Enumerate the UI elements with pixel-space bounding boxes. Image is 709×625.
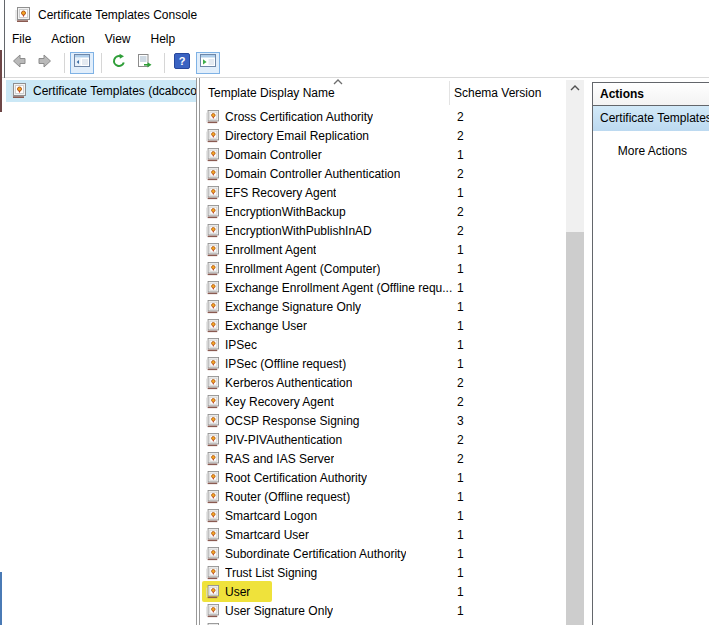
template-name: Domain Controller Authentication [225, 167, 400, 181]
console-tree-icon [74, 53, 90, 72]
template-row[interactable]: IPSec 1 [200, 335, 564, 354]
template-row[interactable]: Smartcard User 1 [200, 525, 564, 544]
template-name: Enrollment Agent (Computer) [225, 262, 380, 276]
screen-edge-artifact [0, 50, 2, 112]
certificate-template-icon [205, 395, 219, 409]
schema-version: 1 [457, 471, 464, 485]
scroll-up-icon[interactable] [566, 80, 584, 96]
template-row[interactable]: Router (Offline request) 1 [200, 487, 564, 506]
template-row[interactable]: EncryptionWithBackup 2 [200, 202, 564, 221]
svg-text:?: ? [179, 55, 186, 67]
template-name: Domain Controller [225, 148, 322, 162]
list-header: Template Display Name Schema Version [200, 78, 590, 107]
schema-version: 1 [457, 338, 464, 352]
template-row[interactable]: IPSec (Offline request) 1 [200, 354, 564, 373]
menu-action[interactable]: Action [41, 30, 94, 48]
show-console-tree-button[interactable] [70, 52, 94, 74]
schema-version: 1 [457, 300, 464, 314]
certificate-template-icon [205, 452, 219, 466]
template-row[interactable]: User Signature Only 1 [200, 601, 564, 620]
schema-version: 1 [457, 186, 464, 200]
menu-view[interactable]: View [95, 30, 141, 48]
console-main-area: Certificate Templates (dcabccor Template… [5, 78, 709, 625]
template-row[interactable]: User 1 [200, 582, 564, 601]
template-row[interactable]: Cross Certification Authority 2 [200, 107, 564, 126]
certificate-template-icon [205, 186, 219, 200]
screen-edge-artifact [0, 572, 2, 625]
template-row[interactable]: PIV-PIVAuthentication 2 [200, 430, 564, 449]
template-row[interactable] [200, 620, 564, 625]
titlebar: Certificate Templates Console [0, 0, 709, 30]
certificate-template-icon [205, 547, 219, 561]
template-name: User [225, 585, 250, 599]
show-action-pane-button[interactable] [196, 52, 220, 74]
template-row[interactable]: Enrollment Agent 1 [200, 240, 564, 259]
toolbar-separator [101, 53, 102, 73]
template-row[interactable]: Directory Email Replication 2 [200, 126, 564, 145]
template-row[interactable]: RAS and IAS Server 2 [200, 449, 564, 468]
template-name: IPSec (Offline request) [225, 357, 346, 371]
template-name: Root Certification Authority [225, 471, 367, 485]
scrollbar-thumb[interactable] [566, 232, 584, 625]
template-row[interactable]: EFS Recovery Agent 1 [200, 183, 564, 202]
certificate-template-icon [205, 585, 219, 599]
schema-version: 1 [457, 566, 464, 580]
forward-arrow-icon [37, 53, 53, 72]
template-row[interactable]: Trust List Signing 1 [200, 563, 564, 582]
export-list-button[interactable] [133, 52, 157, 74]
certificate-template-icon [205, 167, 219, 181]
export-list-icon [137, 53, 153, 72]
schema-version: 1 [457, 528, 464, 542]
template-row[interactable]: Key Recovery Agent 2 [200, 392, 564, 411]
template-row[interactable]: Subordinate Certification Authority 1 [200, 544, 564, 563]
schema-version: 1 [457, 490, 464, 504]
schema-version: 2 [457, 395, 464, 409]
certificate-template-icon [205, 224, 219, 238]
refresh-icon [111, 53, 127, 72]
template-row[interactable]: Exchange Enrollment Agent (Offline requ.… [200, 278, 564, 297]
certificate-template-icon [205, 490, 219, 504]
forward-button[interactable] [33, 52, 57, 74]
column-header-schema-version[interactable]: Schema Version [454, 86, 541, 100]
template-row[interactable]: EncryptionWithPublishInAD 2 [200, 221, 564, 240]
schema-version: 1 [457, 357, 464, 371]
certificate-templates-console-window: Certificate Templates Console File Actio… [0, 0, 709, 625]
template-name: Smartcard User [225, 528, 309, 542]
certificate-template-icon [205, 433, 219, 447]
template-name: PIV-PIVAuthentication [225, 433, 342, 447]
back-button[interactable] [7, 52, 31, 74]
certificate-template-icon [205, 357, 219, 371]
menu-file[interactable]: File [9, 30, 41, 48]
template-row[interactable]: OCSP Response Signing 3 [200, 411, 564, 430]
column-header-template-display-name[interactable]: Template Display Name [208, 86, 335, 100]
template-row[interactable]: Exchange Signature Only 1 [200, 297, 564, 316]
toolbar: ? [0, 48, 709, 78]
certificate-template-icon [205, 528, 219, 542]
refresh-button[interactable] [107, 52, 131, 74]
certificate-template-icon [205, 319, 219, 333]
certificate-template-icon [205, 471, 219, 485]
template-name: RAS and IAS Server [225, 452, 334, 466]
template-row[interactable]: Smartcard Logon 1 [200, 506, 564, 525]
tree-item-certificate-templates[interactable]: Certificate Templates (dcabccor [6, 80, 196, 102]
schema-version: 1 [457, 319, 464, 333]
schema-version: 1 [457, 281, 464, 295]
schema-version: 1 [457, 148, 464, 162]
template-row[interactable]: Domain Controller Authentication 2 [200, 164, 564, 183]
column-divider[interactable] [449, 81, 450, 105]
console-tree-pane: Certificate Templates (dcabccor [5, 78, 197, 625]
help-button[interactable]: ? [170, 52, 194, 74]
template-row[interactable]: Domain Controller 1 [200, 145, 564, 164]
schema-version: 2 [457, 205, 464, 219]
menu-help[interactable]: Help [141, 30, 186, 48]
template-row[interactable]: Exchange User 1 [200, 316, 564, 335]
certificate-template-icon [205, 110, 219, 124]
template-name: Smartcard Logon [225, 509, 317, 523]
list-scrollbar[interactable] [566, 80, 584, 625]
schema-version: 1 [457, 604, 464, 618]
toolbar-separator [64, 53, 65, 73]
template-row[interactable]: Root Certification Authority 1 [200, 468, 564, 487]
more-actions-button[interactable]: More Actions [593, 141, 709, 161]
template-row[interactable]: Enrollment Agent (Computer) 1 [200, 259, 564, 278]
template-row[interactable]: Kerberos Authentication 2 [200, 373, 564, 392]
